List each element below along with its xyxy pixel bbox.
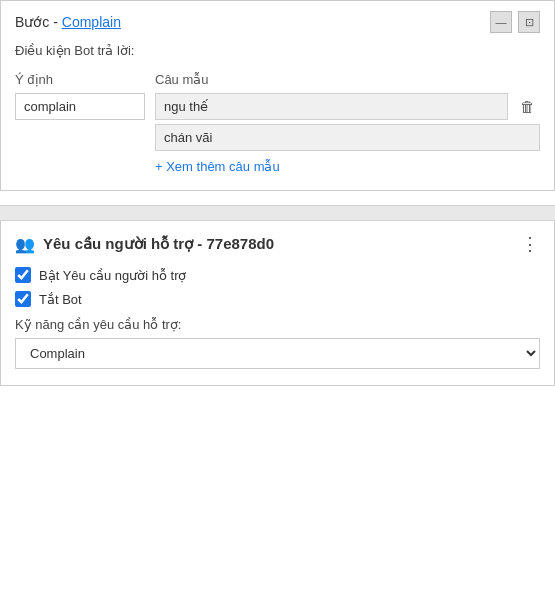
section-divider (0, 205, 555, 221)
tat-bot-checkbox[interactable] (15, 291, 31, 307)
step-title: Bước - Complain (15, 14, 121, 30)
condition-label: Điều kiện Bot trả lời: (15, 43, 540, 58)
intent-input[interactable] (15, 93, 145, 120)
expand-button[interactable]: ⊡ (518, 11, 540, 33)
sample-row-2 (155, 124, 540, 151)
intent-column: Ý định (15, 72, 145, 120)
checkbox-row-2: Tắt Bot (15, 291, 540, 307)
sample-col-label: Câu mẫu (155, 72, 540, 87)
step-link[interactable]: Complain (62, 14, 121, 30)
block-header: 👥 Yêu cầu người hỗ trợ - 77e878d0 ⋮ (15, 233, 540, 255)
step-prefix: Bước - (15, 14, 62, 30)
enable-support-checkbox[interactable] (15, 267, 31, 283)
bottom-section: 👥 Yêu cầu người hỗ trợ - 77e878d0 ⋮ Bật … (0, 221, 555, 386)
delete-sample-1-button[interactable]: 🗑 (514, 94, 540, 120)
sample-row-1: 🗑 (155, 93, 540, 120)
top-section: Bước - Complain — ⊡ Điều kiện Bot trả lờ… (0, 0, 555, 191)
columns: Ý định Câu mẫu 🗑 + Xem thêm câu mẫu (15, 72, 540, 174)
block-title-wrap: 👥 Yêu cầu người hỗ trợ - 77e878d0 (15, 235, 274, 254)
sample-column: Câu mẫu 🗑 + Xem thêm câu mẫu (155, 72, 540, 174)
sample-input-1[interactable] (155, 93, 508, 120)
header-bar: Bước - Complain — ⊡ (15, 11, 540, 33)
skill-select[interactable]: Complain (15, 338, 540, 369)
minimize-button[interactable]: — (490, 11, 512, 33)
skill-label: Kỹ năng cần yêu cầu hỗ trợ: (15, 317, 540, 332)
checkbox-row-1: Bật Yêu cầu người hỗ trợ (15, 267, 540, 283)
add-sample-link[interactable]: + Xem thêm câu mẫu (155, 159, 280, 174)
block-icon: 👥 (15, 235, 35, 254)
block-title: Yêu cầu người hỗ trợ - 77e878d0 (43, 235, 274, 253)
enable-support-label: Bật Yêu cầu người hỗ trợ (39, 268, 187, 283)
block-menu-button[interactable]: ⋮ (521, 233, 540, 255)
tat-bot-label: Tắt Bot (39, 292, 82, 307)
sample-input-2[interactable] (155, 124, 540, 151)
header-icons: — ⊡ (490, 11, 540, 33)
intent-col-label: Ý định (15, 72, 145, 87)
